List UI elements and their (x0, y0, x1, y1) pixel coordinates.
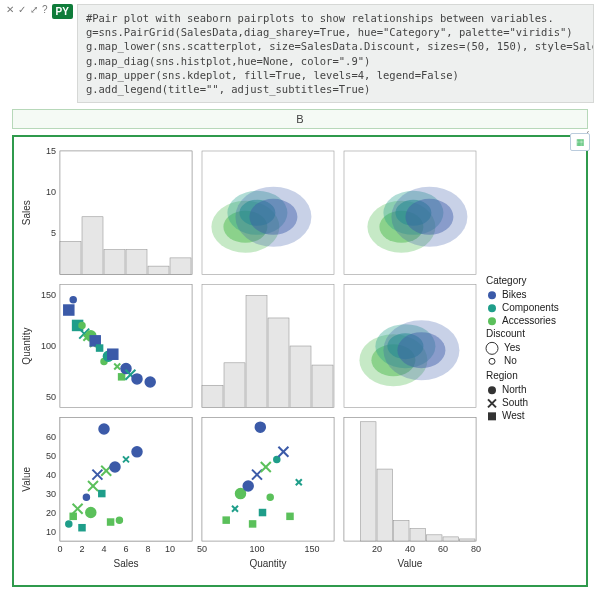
svg-rect-77 (108, 349, 118, 359)
svg-text:Value: Value (21, 467, 32, 492)
svg-text:10: 10 (46, 527, 56, 537)
svg-text:60: 60 (438, 544, 448, 554)
svg-text:150: 150 (41, 290, 56, 300)
svg-text:Quantity: Quantity (249, 558, 286, 569)
svg-rect-166 (488, 412, 496, 420)
column-header-b[interactable]: B ( (12, 109, 588, 129)
svg-text:Sales: Sales (21, 200, 32, 225)
svg-text:15: 15 (46, 146, 56, 156)
cell-controls: ✕ ✓ ⤢ ? (6, 4, 48, 15)
svg-rect-39 (394, 520, 410, 541)
svg-point-137 (255, 422, 265, 432)
svg-point-55 (405, 199, 453, 235)
svg-text:Discount: Discount (486, 328, 525, 339)
svg-text:Components: Components (502, 302, 559, 313)
svg-text:South: South (502, 397, 528, 408)
svg-text:10: 10 (165, 544, 175, 554)
svg-point-109 (132, 447, 142, 457)
svg-text:5: 5 (51, 228, 56, 238)
svg-rect-23 (104, 250, 125, 275)
svg-rect-130 (260, 510, 266, 516)
svg-text:80: 80 (471, 544, 481, 554)
python-badge: PY (52, 4, 73, 19)
svg-rect-41 (427, 535, 443, 541)
svg-rect-17 (202, 418, 334, 541)
svg-text:100: 100 (41, 341, 56, 351)
svg-point-94 (83, 494, 89, 500)
svg-rect-103 (108, 519, 114, 525)
svg-point-158 (489, 358, 495, 364)
svg-text:Region: Region (486, 370, 518, 381)
svg-rect-30 (202, 385, 223, 407)
svg-point-156 (486, 342, 498, 354)
svg-rect-43 (460, 539, 476, 541)
close-icon[interactable]: ✕ (6, 4, 14, 15)
svg-rect-62 (64, 305, 74, 315)
expand-icon[interactable]: ⤢ (30, 4, 38, 15)
svg-text:20: 20 (372, 544, 382, 554)
column-header-label: B (296, 113, 303, 125)
svg-point-125 (236, 489, 246, 499)
svg-text:8: 8 (145, 544, 150, 554)
svg-text:100: 100 (249, 544, 264, 554)
svg-point-84 (132, 374, 142, 384)
code-editor[interactable]: #Pair plot with seaborn pairplots to sho… (77, 4, 594, 103)
svg-text:40: 40 (46, 470, 56, 480)
svg-point-149 (488, 291, 496, 299)
svg-rect-42 (443, 537, 459, 541)
svg-text:0: 0 (57, 544, 62, 554)
svg-text:West: West (502, 410, 525, 421)
svg-point-65 (79, 322, 85, 328)
svg-text:Bikes: Bikes (502, 289, 526, 300)
svg-text:60: 60 (46, 432, 56, 442)
svg-rect-24 (126, 250, 147, 275)
svg-text:10: 10 (46, 187, 56, 197)
help-icon[interactable]: ? (42, 4, 48, 15)
svg-text:50: 50 (46, 451, 56, 461)
svg-point-153 (488, 317, 496, 325)
card-icon: ▦ (570, 133, 590, 151)
svg-point-105 (116, 517, 122, 523)
svg-rect-33 (268, 318, 289, 408)
svg-rect-37 (361, 422, 377, 541)
svg-rect-93 (79, 525, 85, 531)
svg-point-126 (243, 481, 253, 491)
svg-point-85 (145, 377, 155, 387)
svg-rect-34 (290, 346, 311, 408)
svg-rect-22 (82, 217, 103, 275)
svg-text:50: 50 (197, 544, 207, 554)
svg-rect-138 (287, 513, 293, 519)
svg-point-89 (66, 521, 72, 527)
svg-rect-122 (223, 517, 229, 523)
svg-point-95 (86, 508, 96, 518)
svg-point-106 (99, 424, 109, 434)
svg-rect-35 (312, 365, 333, 408)
svg-point-81 (121, 364, 131, 374)
plot-output-cell[interactable]: ▦ SalesQuantityValueSalesQuantityValue51… (12, 135, 588, 587)
svg-rect-31 (224, 363, 245, 408)
svg-text:No: No (504, 355, 517, 366)
svg-text:4: 4 (101, 544, 106, 554)
accept-icon[interactable]: ✓ (18, 4, 26, 15)
svg-rect-40 (410, 529, 426, 541)
svg-point-161 (488, 386, 496, 394)
svg-text:North: North (502, 384, 526, 395)
svg-rect-74 (97, 345, 103, 351)
svg-text:Sales: Sales (113, 558, 138, 569)
svg-text:6: 6 (123, 544, 128, 554)
svg-rect-100 (99, 491, 105, 497)
svg-rect-80 (119, 374, 125, 380)
svg-point-104 (110, 462, 120, 472)
svg-rect-11 (60, 284, 192, 407)
svg-point-61 (397, 332, 445, 368)
pairgrid-chart: SalesQuantityValueSalesQuantityValue5101… (20, 145, 572, 575)
svg-text:Accessories: Accessories (502, 315, 556, 326)
svg-text:20: 20 (46, 508, 56, 518)
svg-point-49 (249, 199, 297, 235)
svg-rect-15 (60, 418, 192, 541)
svg-text:150: 150 (304, 544, 319, 554)
svg-rect-127 (250, 521, 256, 527)
svg-point-63 (70, 297, 76, 303)
svg-point-133 (267, 494, 273, 500)
svg-text:40: 40 (405, 544, 415, 554)
